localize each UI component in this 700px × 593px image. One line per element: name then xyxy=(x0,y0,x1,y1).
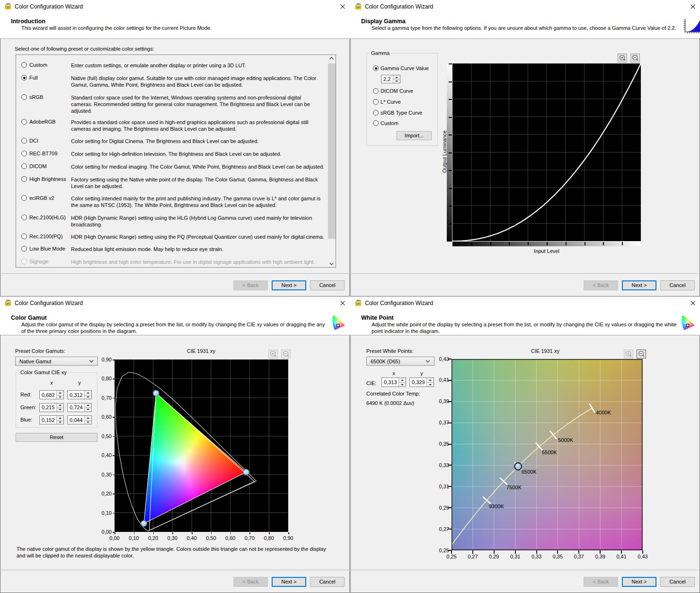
svg-text:4000K: 4000K xyxy=(596,410,611,415)
svg-text:5500K: 5500K xyxy=(542,449,557,455)
svg-text:6500K: 6500K xyxy=(522,469,537,475)
svg-text:7500K: 7500K xyxy=(506,485,522,490)
svg-text:9300K: 9300K xyxy=(489,503,504,509)
svg-text:5000K: 5000K xyxy=(558,437,573,443)
